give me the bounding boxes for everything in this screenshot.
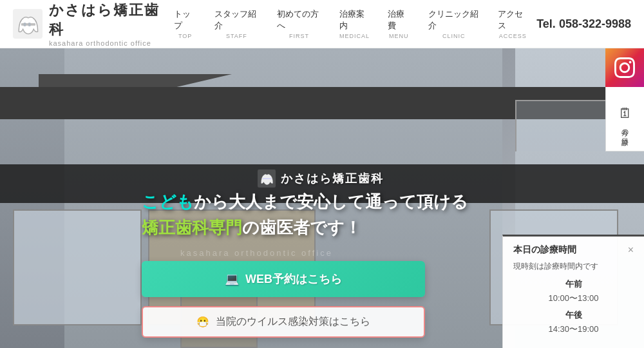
- logo-main-text: かさはら矯正歯科: [49, 1, 165, 39]
- nav-item-access[interactable]: アクセス ACCESS: [489, 8, 536, 39]
- hero-line1: こどもから大人まで安心して通って頂ける: [142, 190, 468, 213]
- tel-label: Tel.: [536, 17, 556, 30]
- virus-measures-button[interactable]: 😷 当院のウイルス感染対策はこちら: [142, 306, 425, 338]
- logo-area: かさはら矯正歯科 kasahara orthodontic office: [13, 1, 165, 47]
- mask-icon: 😷: [196, 316, 209, 328]
- morning-hours: 10:00〜13:00: [513, 293, 634, 304]
- main-nav: トップ TOP スタッフ紹介 STAFF 初めての方へ FIRST 治療案内 M…: [165, 8, 536, 39]
- instagram-link[interactable]: [605, 48, 644, 87]
- nav-item-clinic[interactable]: クリニック紹介 CLINIC: [419, 8, 489, 39]
- clinic-sign-icon: [258, 169, 276, 188]
- virus-measures-label: 当院のウイルス感染対策はこちら: [216, 315, 370, 329]
- header: かさはら矯正歯科 kasahara orthodontic office トップ…: [0, 0, 644, 48]
- hero-section: かさはら矯正歯科 kasahara orthodontic office こども…: [0, 48, 644, 348]
- hours-status: 現時刻は診療時間内です: [513, 261, 634, 272]
- hours-panel-title: 本日の診療時間: [513, 244, 576, 256]
- hero-line1-suffix: から大人まで安心して通って頂ける: [194, 192, 468, 211]
- nav-item-medical[interactable]: 治療案内 MEDICAL: [330, 8, 379, 39]
- hero-highlight-cyan: こども: [142, 192, 194, 211]
- hours-panel-header: 本日の診療時間 ×: [513, 244, 634, 256]
- clinic-building-sign: かさはら矯正歯科: [258, 169, 384, 188]
- afternoon-label: 午後: [513, 309, 634, 321]
- web-reservation-button[interactable]: 💻 WEB予約はこちら: [142, 261, 425, 297]
- hours-panel-close-button[interactable]: ×: [628, 244, 634, 256]
- hours-panel: 本日の診療時間 × 現時刻は診療時間内です 午前 10:00〜13:00 午後 …: [502, 235, 644, 348]
- telephone-area: Tel. 058-322-9988: [536, 17, 631, 31]
- window-left: [13, 209, 142, 325]
- logo-icon: [13, 8, 43, 40]
- sidebar-right: 🗓 今月の診療日: [605, 48, 644, 151]
- logo-text-block: かさはら矯正歯科 kasahara orthodontic office: [49, 1, 165, 47]
- nav-item-first[interactable]: 初めての方へ FIRST: [268, 8, 330, 39]
- cta-area: 💻 WEB予約はこちら 😷 当院のウイルス感染対策はこちら: [142, 261, 425, 338]
- hero-line2-suffix: の歯医者です！: [242, 218, 361, 237]
- hero-highlight-green: 矯正歯科専門: [142, 218, 242, 237]
- hero-watermark: kasahara orthodontic office: [180, 248, 333, 258]
- calendar-icon: 🗓: [618, 105, 632, 122]
- svg-rect-5: [263, 178, 271, 179]
- morning-label: 午前: [513, 278, 634, 290]
- svg-rect-2: [24, 23, 26, 26]
- balcony: [515, 100, 618, 151]
- hero-line2: 矯正歯科専門の歯医者です！: [142, 216, 468, 239]
- hero-text: こどもから大人まで安心して通って頂ける 矯正歯科専門の歯医者です！: [142, 190, 468, 240]
- calendar-link[interactable]: 🗓 今月の診療日: [605, 87, 644, 151]
- nav-item-staff[interactable]: スタッフ紹介 STAFF: [205, 8, 268, 39]
- tel-number: 058-322-9988: [559, 17, 631, 30]
- clinic-sign-text: かさはら矯正歯科: [281, 171, 384, 186]
- monitor-icon: 💻: [225, 272, 239, 286]
- calendar-label: 今月の診療日: [621, 124, 629, 133]
- afternoon-hours: 14:30〜19:00: [513, 324, 634, 335]
- instagram-icon: [614, 57, 635, 78]
- svg-rect-3: [28, 23, 31, 26]
- web-reservation-label: WEB予約はこちら: [245, 271, 342, 287]
- logo-sub-text: kasahara orthodontic office: [49, 39, 165, 47]
- nav-item-menu[interactable]: 治療費 MENU: [379, 8, 419, 39]
- svg-rect-1: [21, 23, 35, 26]
- nav-item-top[interactable]: トップ TOP: [165, 8, 205, 39]
